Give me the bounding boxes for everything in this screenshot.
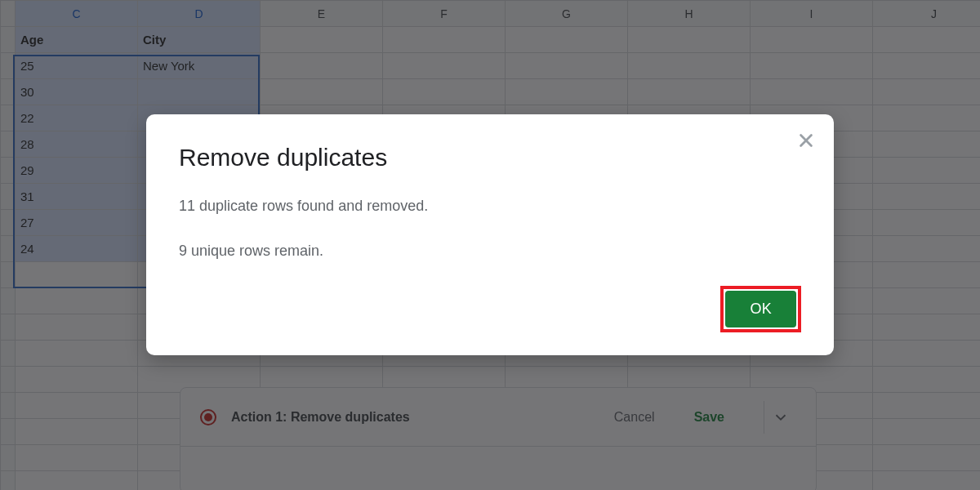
close-icon[interactable] (793, 127, 819, 154)
dialog-result-line2: 9 unique rows remain. (179, 241, 801, 261)
dialog-title: Remove duplicates (179, 144, 801, 172)
remove-duplicates-dialog: Remove duplicates 11 duplicate rows foun… (146, 114, 834, 355)
ok-button[interactable]: OK (725, 291, 796, 327)
ok-highlight: OK (720, 286, 801, 332)
dialog-result-line1: 11 duplicate rows found and removed. (179, 196, 801, 216)
